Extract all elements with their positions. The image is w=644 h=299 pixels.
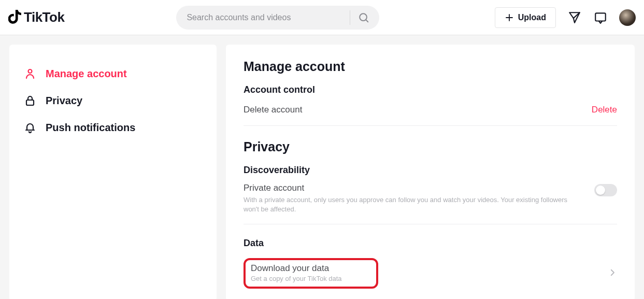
search-input[interactable]: [187, 13, 346, 22]
search-button[interactable]: [352, 6, 375, 29]
download-data-chevron[interactable]: [608, 268, 617, 279]
manage-account-title: Manage account: [244, 59, 617, 74]
section-divider: [244, 125, 617, 126]
inbox-icon: [594, 11, 607, 24]
private-account-toggle[interactable]: [594, 184, 617, 196]
upload-button[interactable]: Upload: [495, 7, 556, 28]
svg-point-6: [28, 69, 32, 73]
private-account-text: Private account With a private account, …: [244, 183, 575, 213]
avatar[interactable]: [619, 9, 636, 26]
sidebar-item-label: Push notifications: [46, 122, 135, 134]
delete-account-label: Delete account: [244, 105, 302, 115]
top-right-actions: Upload: [495, 7, 636, 28]
sidebar-item-manage-account[interactable]: Manage account: [24, 60, 202, 87]
sidebar-item-privacy[interactable]: Privacy: [24, 87, 202, 114]
sidebar-item-push-notifications[interactable]: Push notifications: [24, 114, 202, 141]
settings-main: Manage account Account control Delete ac…: [226, 45, 635, 299]
upload-label: Upload: [518, 13, 546, 22]
account-control-title: Account control: [244, 84, 617, 95]
paper-plane-icon: [568, 11, 581, 24]
top-bar: TikTok Upload: [0, 0, 644, 35]
sidebar-item-label: Manage account: [46, 68, 127, 80]
person-icon: [24, 67, 36, 80]
brand-text: TikTok: [24, 9, 64, 25]
private-account-label: Private account: [244, 183, 575, 193]
settings-sidebar: Manage account Privacy Push notification…: [9, 45, 217, 299]
tiktok-note-icon: [8, 10, 22, 25]
section-divider: [244, 224, 617, 224]
search-icon: [358, 12, 369, 23]
messages-button[interactable]: [567, 10, 582, 25]
settings-layout: Manage account Privacy Push notification…: [0, 35, 644, 299]
download-data-highlight: Download your data Get a copy of your Ti…: [244, 258, 378, 289]
bell-icon: [24, 121, 36, 134]
inbox-button[interactable]: [593, 10, 608, 25]
download-data-label: Download your data: [251, 263, 371, 274]
svg-line-1: [366, 20, 368, 22]
private-account-row: Private account With a private account, …: [244, 183, 617, 223]
search-separator: [350, 10, 350, 25]
discoverability-title: Discoverability: [244, 165, 617, 176]
data-title: Data: [244, 238, 617, 249]
delete-account-row: Delete account Delete: [244, 103, 617, 124]
sidebar-item-label: Privacy: [46, 95, 82, 107]
download-data-sub: Get a copy of your TikTok data: [251, 275, 371, 282]
privacy-title: Privacy: [244, 139, 617, 154]
search-bar: [176, 6, 379, 30]
private-account-description: With a private account, only users you a…: [244, 195, 575, 213]
delete-account-action[interactable]: Delete: [592, 105, 617, 115]
brand-logo[interactable]: TikTok: [8, 9, 64, 25]
search-container: [176, 6, 486, 30]
svg-rect-7: [26, 100, 34, 105]
chevron-right-icon: [608, 268, 617, 277]
download-data-row[interactable]: Download your data Get a copy of your Ti…: [244, 256, 617, 293]
svg-rect-5: [595, 13, 606, 21]
lock-icon: [24, 94, 36, 107]
plus-icon: [505, 13, 514, 22]
